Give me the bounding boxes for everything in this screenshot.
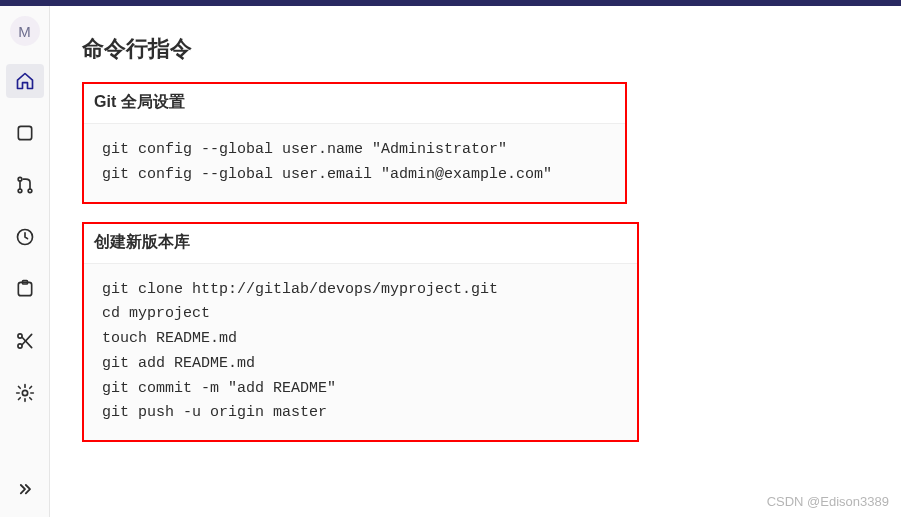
section-git-global-settings: Git 全局设置 git config --global user.name "… — [82, 82, 627, 204]
svg-rect-0 — [18, 126, 31, 139]
home-icon[interactable] — [6, 64, 44, 98]
clipboard-icon[interactable] — [6, 272, 44, 306]
section-create-repo: 创建新版本库 git clone http://gitlab/devops/my… — [82, 222, 639, 443]
merge-request-icon[interactable] — [6, 168, 44, 202]
avatar-letter: M — [18, 23, 31, 40]
scissors-icon[interactable] — [6, 324, 44, 358]
page-title: 命令行指令 — [82, 34, 901, 64]
project-icon[interactable] — [6, 116, 44, 150]
section-title: Git 全局设置 — [84, 84, 625, 124]
sidebar: M — [0, 6, 50, 517]
main-layout: M 命令行指令 Git 全局设置 git c — [0, 6, 901, 517]
content-area: 命令行指令 Git 全局设置 git config --global user.… — [50, 6, 901, 517]
expand-icon[interactable] — [6, 473, 44, 507]
svg-point-9 — [22, 390, 27, 395]
code-block: git config --global user.name "Administr… — [84, 124, 625, 202]
avatar[interactable]: M — [10, 16, 40, 46]
gear-icon[interactable] — [6, 376, 44, 410]
section-title: 创建新版本库 — [84, 224, 637, 264]
code-block: git clone http://gitlab/devops/myproject… — [84, 264, 637, 441]
clock-icon[interactable] — [6, 220, 44, 254]
